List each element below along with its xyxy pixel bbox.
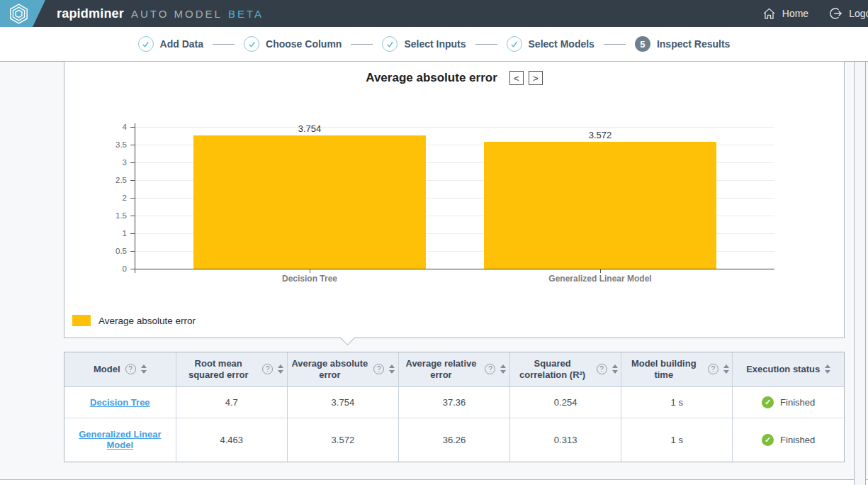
step-connector <box>475 44 497 45</box>
cell-status: ✓ Finished <box>733 386 844 418</box>
step-check-icon <box>138 36 154 52</box>
plot-area: 3.754 3.572 Decision Tree Generalized Li… <box>135 127 774 269</box>
results-table-wrap: Model ? Root mean squared error ? <box>64 352 845 462</box>
chart-prev-button[interactable]: < <box>509 71 524 85</box>
help-icon[interactable]: ? <box>708 364 718 374</box>
y-tick-label: 3 <box>97 158 127 167</box>
y-tick-label: 3.5 <box>97 140 127 149</box>
col-model[interactable]: Model ? <box>64 352 176 386</box>
step-connector <box>213 44 235 45</box>
sort-icon[interactable] <box>141 364 147 374</box>
bar-generalized-linear-model[interactable]: 3.572 <box>484 142 716 269</box>
bar-value-label: 3.754 <box>193 123 426 134</box>
status-label: Finished <box>780 435 815 445</box>
model-link-generalized-linear-model[interactable]: Generalized Linear Model <box>79 429 161 450</box>
panel-notch <box>340 330 355 345</box>
chevron-right-icon: > <box>533 74 539 83</box>
beta-badge: BETA <box>228 8 264 20</box>
cell-rmse: 4.463 <box>176 418 287 462</box>
step-select-models[interactable]: Select Models <box>507 36 594 52</box>
vertical-scrollbar[interactable] <box>854 62 866 485</box>
chart-header: Average absolute error < > <box>64 71 844 85</box>
nav-logout[interactable]: Logout <box>828 6 868 21</box>
check-circle-icon: ✓ <box>762 396 774 408</box>
main-content: Average absolute error < > 3.754 3.572 D… <box>0 62 868 485</box>
help-icon[interactable]: ? <box>373 364 384 374</box>
x-tick <box>600 269 601 273</box>
step-check-icon <box>244 36 259 52</box>
sort-icon[interactable] <box>612 364 618 374</box>
x-tick <box>310 269 310 273</box>
footer-area <box>0 480 868 485</box>
sort-icon[interactable] <box>825 364 830 374</box>
bar-decision-tree[interactable]: 3.754 <box>193 135 426 269</box>
col-root-mean-squared-error[interactable]: Root mean squared error ? <box>176 352 287 386</box>
sort-icon[interactable] <box>389 364 395 374</box>
col-average-relative-error[interactable]: Average relative error ? <box>398 352 509 386</box>
step-add-data[interactable]: Add Data <box>138 36 203 52</box>
step-choose-column[interactable]: Choose Column <box>244 36 342 52</box>
cell-r2: 0.254 <box>510 386 621 418</box>
home-icon <box>762 7 776 21</box>
cell-are: 37.36 <box>398 386 509 418</box>
top-nav: Home Logout <box>762 6 868 21</box>
status-badge: ✓ Finished <box>745 396 831 408</box>
col-model-building-time[interactable]: Model building time ? <box>621 352 733 386</box>
step-select-inputs[interactable]: Select Inputs <box>382 36 466 52</box>
y-tick-label: 0.5 <box>97 247 127 255</box>
rapidminer-logo[interactable] <box>0 0 48 27</box>
table-header-row: Model ? Root mean squared error ? <box>64 352 844 386</box>
table-row-generalized-linear-model: Generalized Linear Model 4.463 3.572 36.… <box>64 418 844 462</box>
cell-status: ✓ Finished <box>733 418 844 462</box>
step-label: Select Inputs <box>404 38 466 50</box>
chart-next-button[interactable]: > <box>529 71 543 85</box>
step-check-icon <box>507 36 522 52</box>
step-label: Select Models <box>529 38 594 50</box>
y-tick <box>130 216 135 216</box>
sort-icon[interactable] <box>723 364 729 374</box>
col-average-absolute-error[interactable]: Average absolute error ? <box>287 352 398 386</box>
product-name: AUTO MODEL <box>131 8 222 20</box>
bar-value-label: 3.572 <box>484 130 716 140</box>
brand: rapidminer AUTO MODEL BETA <box>57 6 264 21</box>
col-squared-correlation[interactable]: Squared correlation (R²) ? <box>510 352 621 386</box>
legend-label: Average absolute error <box>98 316 196 326</box>
y-tick <box>130 127 135 128</box>
y-tick-label: 2 <box>97 194 127 202</box>
rapidminer-hexagon-icon <box>8 3 30 25</box>
step-inspect-results[interactable]: 5 Inspect Results <box>635 36 730 52</box>
chart-nav: < > <box>509 71 543 85</box>
status-badge: ✓ Finished <box>745 434 831 446</box>
cell-aae: 3.754 <box>287 386 398 418</box>
cell-rmse: 4.7 <box>176 386 287 418</box>
step-label: Add Data <box>160 38 203 50</box>
y-tick-label: 0 <box>97 264 127 273</box>
step-label: Choose Column <box>266 38 342 50</box>
chart-panel: Average absolute error < > 3.754 3.572 D… <box>64 61 845 338</box>
help-icon[interactable]: ? <box>262 364 273 374</box>
help-icon[interactable]: ? <box>485 364 495 374</box>
x-axis <box>135 269 774 269</box>
brand-name: rapidminer <box>57 6 124 21</box>
step-connector <box>351 44 373 45</box>
y-tick <box>130 145 135 145</box>
check-circle-icon: ✓ <box>762 434 774 446</box>
help-icon[interactable]: ? <box>597 364 607 374</box>
y-tick <box>130 233 135 234</box>
model-link-decision-tree[interactable]: Decision Tree <box>90 397 150 408</box>
help-icon[interactable]: ? <box>125 364 136 374</box>
sort-icon[interactable] <box>278 364 283 374</box>
step-number-badge: 5 <box>635 36 650 52</box>
category-label: Generalized Linear Model <box>515 274 685 284</box>
chart-legend: Average absolute error <box>72 315 196 326</box>
sort-icon[interactable] <box>500 364 506 374</box>
logout-icon <box>828 6 842 21</box>
cell-time: 1 s <box>621 418 733 462</box>
step-check-icon <box>382 36 398 52</box>
y-tick-label: 1.5 <box>97 211 127 220</box>
y-tick <box>130 269 135 269</box>
cell-model: Generalized Linear Model <box>64 418 176 462</box>
legend-swatch <box>72 315 91 326</box>
col-execution-status[interactable]: Execution status <box>733 352 844 386</box>
nav-home[interactable]: Home <box>762 7 808 21</box>
